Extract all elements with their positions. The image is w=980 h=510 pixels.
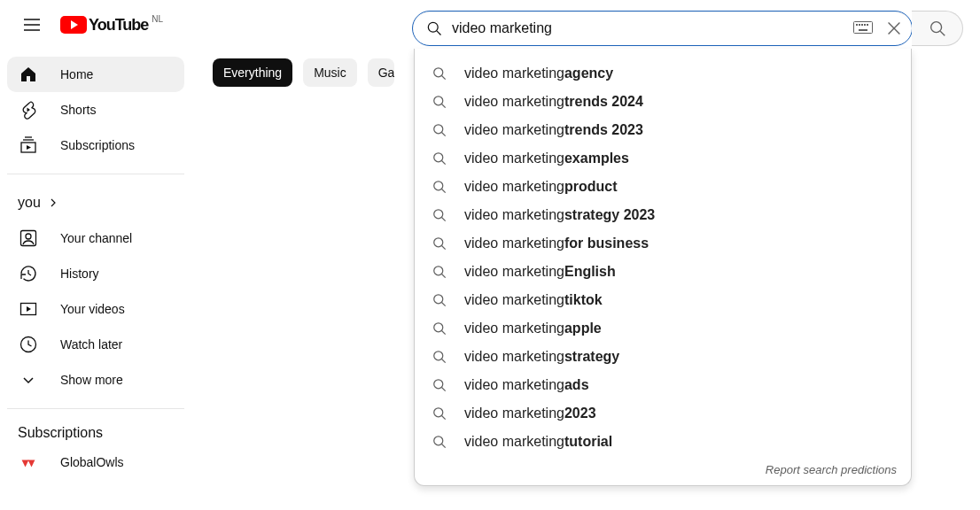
search-suggestion-item[interactable]: video marketingtrends 2023 [415,116,911,144]
sidebar: Home Shorts Subscriptions you Your chann… [0,50,191,480]
svg-line-43 [442,388,446,391]
sidebar-item-watch-later[interactable]: Watch later [7,327,184,362]
youtube-play-icon [60,16,87,34]
account-box-icon [18,228,39,249]
search-suggestion-item[interactable]: video marketingstrategy [415,343,911,371]
suggestion-prefix: video marketing [464,349,564,365]
suggestion-prefix: video marketing [464,377,564,393]
suggestion-suffix: apple [564,321,602,336]
svg-rect-3 [856,24,858,26]
clear-search-button[interactable] [880,14,908,42]
svg-rect-5 [861,24,863,26]
channel-avatar: ▾▾ [18,452,39,473]
header: YouTube NL [0,0,980,50]
your-videos-icon [18,298,39,320]
sidebar-item-label: Your channel [60,231,132,245]
close-icon [884,19,904,38]
search-suggestion-item[interactable]: video marketingproduct [415,173,911,201]
suggestion-suffix: strategy 2023 [564,207,655,223]
sidebar-separator [7,408,184,409]
search-icon [431,93,448,111]
shorts-icon [18,99,39,120]
sidebar-item-shorts[interactable]: Shorts [7,92,184,128]
svg-point-17 [26,234,31,239]
search-suggestion-item[interactable]: video marketingfor business [415,229,911,258]
search-suggestion-item[interactable]: video marketingapple [415,314,911,343]
search-icon [431,376,448,394]
svg-point-32 [434,238,443,247]
search-suggestion-item[interactable]: video marketingtrends 2024 [415,88,911,116]
search-input[interactable] [445,20,853,36]
svg-point-42 [434,380,443,389]
svg-line-25 [442,133,446,136]
home-icon [18,64,39,85]
sidebar-item-label: Home [60,67,93,81]
search-icon [431,121,448,139]
suggestion-prefix: video marketing [464,321,564,336]
svg-rect-7 [867,24,868,26]
sidebar-item-home[interactable]: Home [7,57,184,92]
sidebar-item-show-more[interactable]: Show more [7,362,184,398]
svg-line-1 [437,31,441,35]
suggestion-prefix: video marketing [464,207,564,223]
filter-chip-row: Everything Music Gaming [213,58,394,87]
search-suggestion-item[interactable]: video marketingEnglish [415,258,911,286]
suggestion-prefix: video marketing [464,122,564,138]
suggestion-suffix: strategy [564,349,619,365]
keyboard-icon[interactable] [853,21,875,35]
suggestion-prefix: video marketing [464,406,564,421]
sidebar-item-label: Shorts [60,103,96,117]
search-suggestion-item[interactable]: video marketing2023 [415,399,911,428]
sidebar-item-subscriptions[interactable]: Subscriptions [7,128,184,163]
suggestion-suffix: for business [564,236,649,251]
sidebar-item-your-videos[interactable]: Your videos [7,291,184,327]
sidebar-subscription-item[interactable]: ▾▾ GlobalOwls [7,444,184,480]
svg-rect-6 [864,24,866,26]
svg-point-40 [434,352,443,360]
suggestion-prefix: video marketing [464,151,564,166]
chip-everything[interactable]: Everything [213,58,292,87]
sidebar-item-label: Show more [60,373,123,387]
svg-line-31 [442,218,446,221]
sidebar-item-label: Your videos [60,302,125,316]
svg-line-41 [442,359,446,363]
svg-point-24 [434,125,443,134]
sidebar-item-label: Watch later [60,337,122,352]
suggestion-suffix: product [564,179,618,195]
chevron-down-icon [18,369,39,390]
sidebar-subscriptions-heading: Subscriptions [7,420,184,444]
sidebar-item-history[interactable]: History [7,256,184,291]
svg-line-27 [442,161,446,165]
search-suggestion-item[interactable]: video marketingagency [415,59,911,88]
youtube-logo[interactable]: YouTube NL [60,16,163,35]
report-predictions-link[interactable]: Report search predictions [415,456,911,480]
suggestion-suffix: trends 2024 [564,94,643,110]
search-button[interactable] [912,11,963,46]
svg-line-23 [442,104,446,108]
sidebar-item-your-channel[interactable]: Your channel [7,220,184,256]
suggestion-suffix: agency [564,66,613,81]
search-suggestions-dropdown: video marketingagencyvideo marketingtren… [414,49,912,486]
svg-rect-2 [854,22,873,34]
search-icon [431,320,448,337]
chip-gaming[interactable]: Gaming [368,58,394,87]
svg-point-30 [434,210,443,219]
svg-line-45 [442,416,446,420]
search-suggestion-item[interactable]: video marketingstrategy 2023 [415,201,911,229]
search-suggestion-item[interactable]: video marketingexamples [415,144,911,173]
sidebar-you-heading[interactable]: you [7,185,184,220]
svg-line-37 [442,303,446,306]
suggestion-suffix: trends 2023 [564,122,643,138]
chip-music[interactable]: Music [303,58,357,87]
search-icon [431,206,448,224]
sidebar-item-label: GlobalOwls [60,455,124,469]
suggestion-prefix: video marketing [464,236,564,251]
suggestion-suffix: ads [564,377,589,393]
search-suggestion-item[interactable]: video marketingtiktok [415,286,911,314]
search-suggestion-item[interactable]: video marketingtutorial [415,428,911,456]
svg-point-28 [434,182,443,190]
hamburger-menu-button[interactable] [14,7,50,42]
search-icon [431,150,448,167]
search-suggestion-item[interactable]: video marketingads [415,371,911,399]
suggestion-suffix: English [564,264,616,280]
